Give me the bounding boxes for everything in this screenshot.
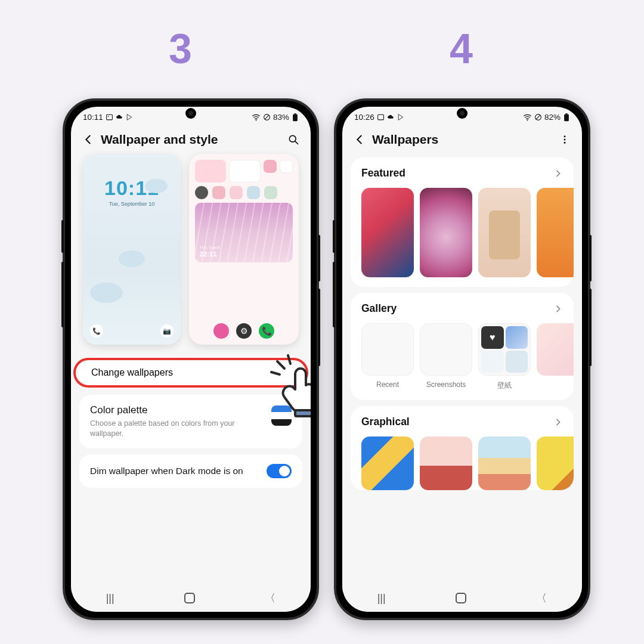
svg-line-4 (265, 115, 270, 120)
chevron-right-icon (553, 169, 563, 178)
tap-hand-icon (267, 351, 311, 422)
svg-rect-17 (564, 114, 569, 121)
gallery-section: Gallery Recent Screenshots ♥壁紙 (351, 293, 574, 400)
svg-line-8 (295, 141, 298, 144)
page-header: Wallpaper and style (71, 124, 311, 151)
page-header: Wallpapers (342, 124, 582, 151)
step-number-3: 3 (169, 25, 192, 73)
more-vert-icon (559, 134, 570, 145)
status-time: 10:26 (354, 113, 374, 122)
cloud-icon (387, 113, 395, 121)
no-sim-icon (263, 113, 271, 121)
image-icon (106, 113, 113, 121)
svg-rect-13 (377, 114, 383, 120)
chevron-right-icon (553, 417, 563, 427)
svg-line-9 (277, 361, 284, 369)
svg-line-11 (271, 372, 280, 374)
svg-line-16 (536, 115, 541, 120)
nav-home-icon[interactable] (184, 593, 195, 603)
chevron-right-icon (553, 304, 563, 314)
nav-home-icon[interactable] (456, 593, 466, 603)
graphical-thumb[interactable] (420, 436, 472, 490)
featured-thumb[interactable] (537, 188, 574, 277)
change-wallpapers-row[interactable]: Change wallpapers (71, 357, 311, 389)
nav-bar: ||| 〈 (71, 584, 311, 612)
svg-rect-0 (106, 114, 112, 120)
play-store-icon (397, 113, 405, 121)
wifi-icon (523, 113, 532, 121)
gallery-album[interactable] (537, 323, 574, 391)
svg-rect-5 (293, 114, 298, 121)
camera-punch-hole (457, 108, 467, 119)
featured-thumb[interactable] (478, 188, 531, 277)
graphical-thumb[interactable] (537, 436, 574, 490)
nav-back-icon[interactable]: 〈 (536, 591, 547, 605)
gallery-label: Recent (376, 380, 399, 389)
graphical-title: Graphical (361, 416, 410, 428)
back-icon[interactable] (82, 133, 95, 146)
dim-toggle[interactable] (267, 464, 292, 478)
lock-date: Tue, September 10 (109, 201, 155, 207)
nav-recents-icon[interactable]: ||| (106, 592, 114, 605)
dim-wallpaper-row[interactable]: Dim wallpaper when Dark mode is on (79, 454, 302, 488)
gallery-album[interactable]: ♥壁紙 (478, 323, 531, 391)
camera-shortcut-icon: 📷 (160, 324, 174, 338)
wallpaper-previews: 10:11 Tue, September 10 📞 📷 TUE, Sept10 … (71, 151, 311, 351)
gallery-title: Gallery (361, 302, 397, 315)
nav-bar: ||| 〈 (342, 584, 582, 612)
svg-rect-12 (295, 410, 311, 416)
phone-mockup-4: 10:26 82% Wallpapers Featured (334, 98, 590, 620)
image-icon (377, 113, 385, 121)
svg-point-1 (108, 116, 109, 117)
wifi-icon (252, 113, 261, 121)
featured-section: Featured (351, 157, 574, 287)
gallery-album[interactable]: Screenshots (420, 323, 472, 391)
status-battery-pct: 83% (273, 113, 289, 122)
lockscreen-preview[interactable]: 10:11 Tue, September 10 📞 📷 (83, 154, 181, 345)
gallery-label: Screenshots (426, 380, 466, 389)
featured-thumb[interactable] (361, 188, 414, 277)
gallery-header[interactable]: Gallery (361, 302, 574, 315)
status-battery-pct: 82% (544, 113, 561, 122)
page-title: Wallpapers (372, 132, 552, 147)
back-icon[interactable] (353, 133, 366, 146)
featured-title: Featured (361, 167, 405, 179)
svg-point-14 (527, 120, 528, 121)
color-palette-subtitle: Choose a palette based on colors from yo… (90, 419, 245, 439)
camera-punch-hole (185, 108, 196, 119)
svg-point-19 (564, 135, 566, 137)
cloud-icon (116, 113, 123, 121)
nav-back-icon[interactable]: 〈 (265, 591, 275, 605)
featured-thumb[interactable] (420, 188, 472, 277)
play-store-icon (126, 113, 134, 121)
status-time: 10:11 (83, 113, 103, 122)
gallery-label: 壁紙 (497, 380, 512, 391)
search-button[interactable] (287, 133, 300, 146)
graphical-thumb[interactable] (478, 436, 531, 490)
dock: ⚙ 📞 (189, 323, 299, 339)
battery-icon (292, 113, 299, 122)
phone-shortcut-icon: 📞 (90, 324, 103, 338)
battery-icon (563, 113, 570, 122)
homescreen-preview[interactable]: TUE, Sept10 22:11 ⚙ 📞 (189, 154, 299, 345)
dim-wallpaper-label: Dim wallpaper when Dark mode is on (90, 465, 243, 477)
more-button[interactable] (558, 133, 571, 146)
color-palette-title: Color palette (90, 404, 245, 416)
no-sim-icon (534, 113, 542, 121)
graphical-thumb[interactable] (361, 436, 414, 490)
phone-mockup-3: 10:11 83% Wallpaper and style 10:11 (63, 98, 319, 620)
search-icon (287, 134, 299, 145)
svg-line-10 (288, 355, 290, 364)
step-number-4: 4 (450, 25, 473, 73)
graphical-header[interactable]: Graphical (361, 416, 574, 428)
featured-header[interactable]: Featured (361, 167, 574, 179)
svg-rect-6 (294, 113, 296, 114)
svg-point-2 (256, 120, 257, 121)
nav-recents-icon[interactable]: ||| (377, 592, 386, 605)
photo-widget: TUE, Sept10 22:11 (195, 203, 293, 262)
page-title: Wallpaper and style (101, 132, 281, 147)
change-wallpapers-label: Change wallpapers (91, 367, 173, 377)
gallery-album[interactable]: Recent (361, 323, 414, 391)
svg-point-20 (564, 139, 566, 141)
graphical-section: Graphical (351, 406, 574, 490)
